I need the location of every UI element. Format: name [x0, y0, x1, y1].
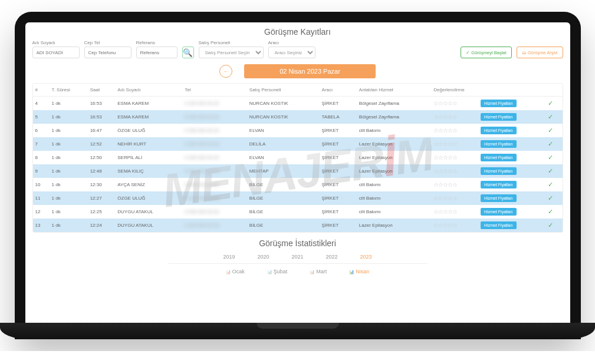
- agent-select[interactable]: Aracı Seçiniz: [268, 47, 315, 58]
- table-row[interactable]: 91 dk12:48SEMA KILIÇ0 000 000 00 00MEHTA…: [33, 164, 563, 178]
- cell-sales: ELVAN: [247, 151, 320, 164]
- check-icon: ✓: [548, 167, 553, 174]
- archive-button[interactable]: 🗂 Görüşme Arşivi: [517, 47, 563, 58]
- table-row[interactable]: 131 dk12:24DUYGU ATAKUL0 000 000 00 00Bİ…: [33, 219, 563, 232]
- star-icon: ☆☆☆☆☆: [433, 168, 457, 174]
- star-icon: ☆☆☆☆☆: [433, 209, 457, 215]
- price-button[interactable]: Hizmet Fiyatları: [481, 221, 517, 229]
- cell-no: 10: [33, 178, 50, 191]
- star-icon: ☆☆☆☆☆: [433, 181, 457, 188]
- cell-agent: ŞİRKET: [320, 191, 357, 205]
- cell-rating[interactable]: ☆☆☆☆☆: [431, 178, 478, 191]
- cell-rating[interactable]: ☆☆☆☆☆: [431, 137, 478, 151]
- check-icon: ✓: [548, 127, 553, 134]
- prev-date-button[interactable]: ←: [219, 65, 232, 78]
- cell-time: 16:53: [88, 97, 116, 111]
- year-tab[interactable]: 2023: [358, 253, 374, 261]
- month-tab[interactable]: Ocak: [223, 267, 247, 276]
- price-button[interactable]: Hizmet Fiyatları: [481, 127, 517, 134]
- cell-tel: 0 000 000 00 00: [182, 191, 246, 205]
- table-row[interactable]: 111 dk12:27ÖZGE ULUĞ0 000 000 00 00BİLGE…: [33, 191, 563, 205]
- start-meeting-button[interactable]: ✓ Görüşmeyi Başlat: [461, 47, 511, 58]
- table-row[interactable]: 101 dk12:30AYÇA SENİZ0 000 000 00 00BİLG…: [33, 178, 563, 191]
- cell-no: 12: [33, 205, 50, 219]
- col-service: Anlatılan Hizmet: [357, 84, 431, 97]
- price-button[interactable]: Hizmet Fiyatları: [481, 113, 517, 121]
- cell-sales: BİLGE: [247, 205, 320, 219]
- table-row[interactable]: 51 dk16:53ESMA KAREM0 000 000 00 00NURCA…: [33, 110, 563, 124]
- phone-input[interactable]: [84, 47, 132, 58]
- cell-time: 12:27: [88, 191, 116, 205]
- cell-tel: 0 000 000 00 00: [182, 97, 246, 111]
- cell-duration: 1 dk: [50, 110, 88, 124]
- month-tabs: OcakŞubatMartNisan: [32, 267, 563, 276]
- cell-rating[interactable]: ☆☆☆☆☆: [431, 97, 478, 111]
- cell-rating[interactable]: ☆☆☆☆☆: [431, 124, 478, 137]
- table-row[interactable]: 41 dk16:53ESMA KAREM0 000 000 00 00NURCA…: [33, 97, 563, 111]
- cell-name: ÖZGE ULUĞ: [115, 191, 182, 205]
- table-row[interactable]: 121 dk12:25DUYGU ATAKUL0 000 000 00 00Bİ…: [33, 205, 563, 219]
- search-icon: 🔍: [183, 48, 193, 57]
- check-icon: ✓: [548, 154, 553, 161]
- month-tab[interactable]: Şubat: [265, 267, 290, 276]
- check-icon: ✓: [548, 181, 553, 188]
- ref-input[interactable]: [136, 47, 177, 58]
- cell-rating[interactable]: ☆☆☆☆☆: [431, 219, 478, 232]
- cell-tel: 0 000 000 00 00: [182, 219, 246, 232]
- cell-tel: 0 000 000 00 00: [182, 124, 246, 137]
- price-button[interactable]: Hizmet Fiyatları: [481, 208, 517, 216]
- cell-name: SEMA KILIÇ: [115, 164, 182, 178]
- sales-select[interactable]: Satış Personeli Seçiniz: [199, 47, 264, 58]
- cell-sales: DELİLA: [247, 137, 320, 151]
- records-table-wrap[interactable]: # T. Süresi Saat Adı Soyadı Tel Satış Pe…: [32, 83, 563, 233]
- year-tab[interactable]: 2021: [289, 253, 305, 261]
- cell-duration: 1 dk: [50, 191, 88, 205]
- year-tab[interactable]: 2020: [255, 253, 271, 261]
- price-button[interactable]: Hizmet Fiyatları: [481, 181, 517, 188]
- cell-time: 12:50: [88, 151, 116, 164]
- price-button[interactable]: Hizmet Fiyatları: [481, 140, 517, 148]
- table-row[interactable]: 71 dk12:52NEHİR KURT0 000 000 00 00DELİL…: [33, 137, 563, 151]
- price-button[interactable]: Hizmet Fiyatları: [481, 100, 517, 107]
- cell-rating[interactable]: ☆☆☆☆☆: [431, 191, 478, 205]
- table-row[interactable]: 61 dk16:47ÖZGE ULUĞ0 000 000 00 00ELVANŞ…: [33, 124, 563, 137]
- price-button[interactable]: Hizmet Fiyatları: [481, 154, 517, 161]
- price-button[interactable]: Hizmet Fiyatları: [481, 167, 517, 175]
- laptop-frame: Görüşme Kayıtları Adı Soyadı Cep Tel Ref…: [15, 12, 581, 339]
- cell-duration: 1 dk: [50, 164, 88, 178]
- agent-label: Aracı: [268, 40, 315, 45]
- cell-sales: NURCAN KOSTIK: [247, 97, 320, 111]
- cell-rating[interactable]: ☆☆☆☆☆: [431, 110, 478, 124]
- cell-tel: 0 000 000 00 00: [182, 137, 246, 151]
- cell-no: 5: [33, 110, 50, 124]
- check-icon: ✓: [548, 208, 553, 215]
- year-tabs: 20192020202120222023: [168, 253, 428, 264]
- cell-rating[interactable]: ☆☆☆☆☆: [431, 164, 478, 178]
- cell-no: 6: [33, 124, 50, 137]
- cell-sales: NURCAN KOSTIK: [247, 110, 320, 124]
- phone-label: Cep Tel: [84, 40, 132, 45]
- year-tab[interactable]: 2019: [221, 253, 237, 261]
- month-tab[interactable]: Mart: [307, 267, 329, 276]
- cell-tel: 0 000 000 00 00: [182, 164, 246, 178]
- cell-rating[interactable]: ☆☆☆☆☆: [431, 151, 478, 164]
- cell-service: cilt Bakımı: [357, 178, 431, 191]
- cell-duration: 1 dk: [50, 124, 88, 137]
- cell-rating[interactable]: ☆☆☆☆☆: [431, 205, 478, 219]
- search-button[interactable]: 🔍: [182, 47, 194, 58]
- star-icon: ☆☆☆☆☆: [433, 141, 457, 147]
- col-agent: Aracı: [320, 84, 357, 97]
- cell-duration: 1 dk: [50, 219, 88, 232]
- table-row[interactable]: 81 dk12:50SERPİL ALİ0 000 000 00 00ELVAN…: [33, 151, 563, 164]
- col-tel: Tel: [182, 84, 246, 97]
- month-tab[interactable]: Nisan: [347, 267, 372, 276]
- price-button[interactable]: Hizmet Fiyatları: [481, 194, 517, 202]
- cell-no: 11: [33, 191, 50, 205]
- year-tab[interactable]: 2022: [324, 253, 340, 261]
- name-input[interactable]: [32, 47, 80, 58]
- cell-duration: 1 dk: [50, 205, 88, 219]
- star-icon: ☆☆☆☆☆: [433, 114, 457, 120]
- cell-time: 12:30: [88, 178, 116, 191]
- cell-time: 12:52: [88, 137, 116, 151]
- cell-no: 4: [33, 97, 50, 111]
